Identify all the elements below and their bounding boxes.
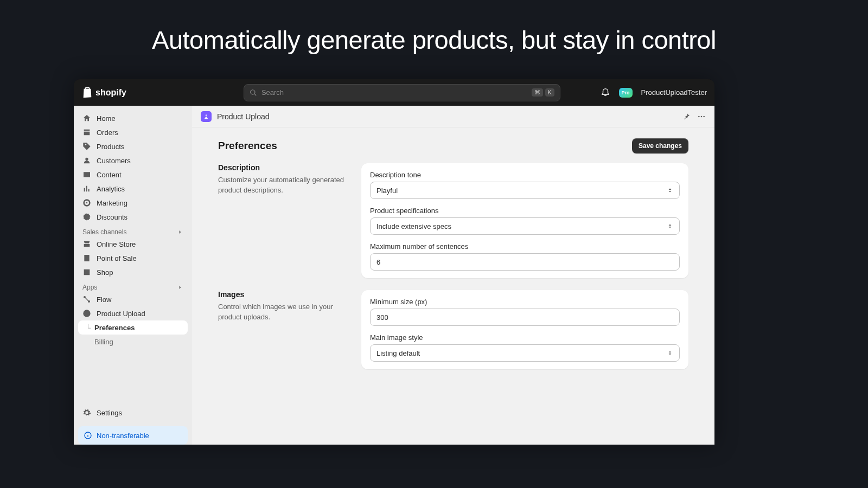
non-transferable-banner[interactable]: Non-transferable: [78, 426, 188, 445]
upload-icon: [82, 309, 91, 318]
style-select[interactable]: Listing default: [370, 344, 680, 362]
topbar: shopify Search ⌘K Pro ProductUploadTeste…: [74, 79, 714, 106]
select-arrows-icon: [667, 187, 673, 194]
page-title: Preferences: [218, 140, 277, 152]
flow-icon: [82, 295, 91, 304]
sidebar-item-settings[interactable]: Settings: [78, 406, 188, 420]
bag-icon: [81, 87, 93, 99]
max-sentences-input[interactable]: [370, 253, 680, 271]
avatar-badge[interactable]: Pro: [619, 88, 633, 98]
chevron-right-icon: [177, 284, 183, 291]
branch-icon: └: [86, 324, 91, 332]
sidebar-item-orders[interactable]: Orders: [78, 125, 188, 139]
orders-icon: [82, 128, 91, 137]
notifications-button[interactable]: [601, 87, 610, 99]
sidebar-item-products[interactable]: Products: [78, 139, 188, 153]
app-header: Product Upload: [192, 106, 714, 127]
store-icon: [82, 240, 91, 248]
sidebar-item-shop[interactable]: Shop: [78, 265, 188, 279]
select-arrows-icon: [667, 223, 673, 229]
discount-icon: [82, 213, 91, 221]
tag-icon: [82, 142, 91, 151]
svg-point-2: [83, 310, 90, 317]
tone-label: Description tone: [370, 171, 680, 179]
max-label: Maximum number of sentences: [370, 242, 680, 251]
sidebar-sub-billing[interactable]: Billing: [78, 335, 188, 349]
images-card: Minimum size (px) Main image style Listi…: [361, 290, 688, 369]
section-images-help: Control which images we use in your prod…: [218, 302, 350, 323]
min-size-label: Minimum size (px): [370, 298, 680, 306]
sidebar-item-flow[interactable]: Flow: [78, 292, 188, 306]
tone-select[interactable]: Playful: [370, 182, 680, 199]
sidebar-item-product-upload[interactable]: Product Upload: [78, 306, 188, 320]
sidebar-item-analytics[interactable]: Analytics: [78, 182, 188, 196]
app-title: Product Upload: [217, 112, 270, 121]
sidebar-item-home[interactable]: Home: [78, 111, 188, 125]
style-label: Main image style: [370, 333, 680, 342]
sidebar-sub-preferences[interactable]: └Preferences: [78, 320, 188, 335]
bell-icon: [601, 87, 610, 97]
analytics-icon: [82, 184, 91, 193]
info-icon: [84, 431, 92, 440]
section-description-help: Customize your automatically generated p…: [218, 175, 350, 196]
sidebar-item-pos[interactable]: Point of Sale: [78, 251, 188, 265]
svg-point-4: [698, 115, 700, 117]
gear-icon: [82, 408, 91, 417]
main: Product Upload Preferences Save changes …: [192, 106, 714, 445]
target-icon: [82, 198, 91, 207]
sidebar-item-content[interactable]: Content: [78, 168, 188, 182]
home-icon: [82, 114, 91, 123]
pos-icon: [82, 254, 91, 262]
min-size-input[interactable]: [370, 309, 680, 326]
search-placeholder: Search: [261, 88, 284, 97]
section-images-title: Images: [218, 290, 350, 299]
app-icon: [201, 111, 212, 122]
shop-icon: [82, 268, 91, 277]
section-description-title: Description: [218, 163, 350, 172]
store-name[interactable]: ProductUploadTester: [641, 88, 707, 97]
more-icon[interactable]: [697, 112, 706, 121]
person-icon: [82, 156, 91, 165]
hero-heading: Automatically generate products, but sta…: [0, 0, 868, 79]
search-icon: [250, 89, 257, 97]
shopify-logo[interactable]: shopify: [81, 87, 126, 99]
spec-select[interactable]: Include extensive specs: [370, 217, 680, 235]
svg-point-5: [701, 115, 703, 117]
description-card: Description tone Playful Product specifi…: [361, 163, 688, 278]
svg-point-6: [703, 115, 705, 117]
sidebar-item-online-store[interactable]: Online Store: [78, 237, 188, 251]
chevron-right-icon: [177, 229, 183, 235]
apps-header[interactable]: Apps: [78, 279, 188, 292]
sidebar: Home Orders Products Customers Content A…: [74, 106, 192, 445]
save-button[interactable]: Save changes: [632, 138, 688, 153]
content-icon: [82, 170, 91, 179]
sidebar-item-discounts[interactable]: Discounts: [78, 210, 188, 224]
app-window: shopify Search ⌘K Pro ProductUploadTeste…: [74, 79, 714, 445]
sales-channels-header[interactable]: Sales channels: [78, 224, 188, 237]
pin-icon[interactable]: [682, 112, 691, 121]
spec-label: Product specifications: [370, 207, 680, 215]
brand-text: shopify: [95, 88, 126, 98]
select-arrows-icon: [667, 350, 673, 356]
search-shortcut: ⌘K: [532, 88, 554, 97]
sidebar-item-marketing[interactable]: Marketing: [78, 196, 188, 210]
sidebar-item-customers[interactable]: Customers: [78, 153, 188, 168]
search-input[interactable]: Search ⌘K: [244, 84, 560, 101]
